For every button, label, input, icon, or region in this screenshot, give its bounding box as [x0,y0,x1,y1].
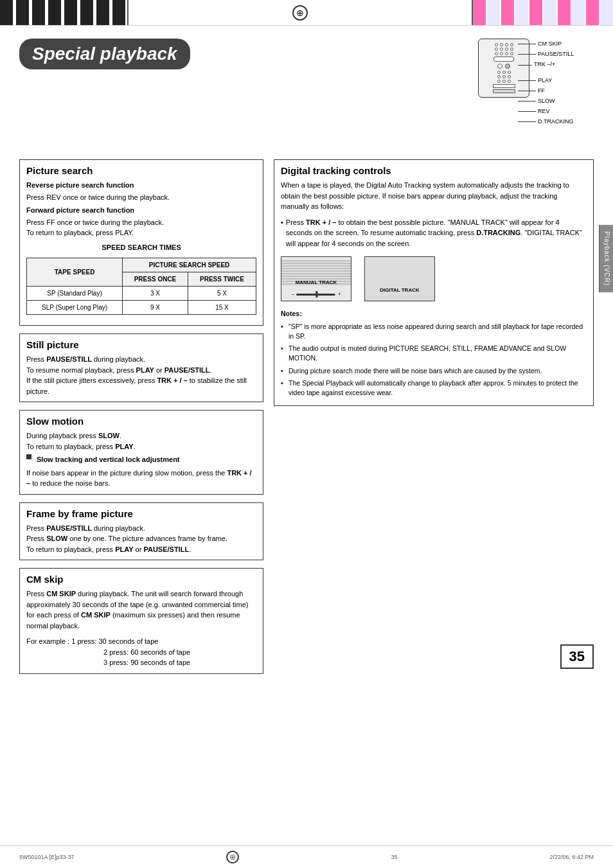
note-item: • The Special Playback will automaticall… [281,378,587,398]
cm-skip-example: For example : 1 press: 30 seconds of tap… [26,636,256,668]
remote-labels: CM SKIP PAUSE/STILL TRK –/+ PLAY FF SLOW… [518,39,574,127]
slow-motion-content: During playback press SLOW. To return to… [26,430,256,489]
note-text-3: During picture search mode there will be… [289,366,542,376]
digital-tracking-section: Digital tracking controls When a tape is… [274,159,594,406]
slider-thumb [316,291,318,297]
two-col-layout: Picture search Reverse picture search fu… [19,159,594,682]
still-text1: Press PAUSE/STILL during playback. [26,354,256,365]
slow-sub-heading-row: Slow tracking and vertical lock adjustme… [26,454,256,465]
note-item: • During picture search mode there will … [281,366,587,376]
picture-search-section: Picture search Reverse picture search fu… [19,159,263,326]
notes-section: Notes: • "SP" is more appropriate as les… [281,309,587,398]
remote-label-dtracking: D.TRACKING [518,116,574,127]
frame-by-frame-section: Frame by frame picture Press PAUSE/STILL… [19,502,263,561]
remote-diagram: CM SKIP PAUSE/STILL TRK –/+ PLAY FF SLOW… [465,39,594,98]
footer-center: 35 [391,854,398,860]
row2-twice: 15 X [188,301,256,315]
cm-skip-section: CM skip Press CM SKIP during playback. T… [19,568,263,674]
slider-plus: + [338,290,341,298]
bottom-bar: 5W50101A [E]p33-37 ⊕ 35 2/22/06, 6:42 PM [0,846,613,868]
col-presstwice: PRESS TWICE [188,272,256,287]
row2-once: 9 X [123,301,188,315]
forward-text1: Press FF once or twice during the playba… [26,217,256,228]
forward-text2: To return to playback, press PLAY. [26,227,256,238]
page-number-box: 35 [560,644,594,669]
slow-motion-title: Slow motion [26,416,256,427]
frame-by-frame-content: Press PAUSE/STILL during playback. Press… [26,523,256,555]
digital-track-image: DIGITAL TRACK [364,256,435,301]
frame-by-frame-title: Frame by frame picture [26,508,256,519]
row1-once: 3 X [123,287,188,301]
picture-search-content: Reverse picture search function Press RE… [26,180,256,315]
tracking-images: MANUAL TRACK – + [281,256,587,301]
footer-right: 2/22/06, 6:42 PM [549,854,594,860]
note-item: • The audio output is muted during PICTU… [281,344,587,363]
slow-text1: During playback press SLOW. [26,430,256,441]
note-text-1: "SP" is more appropriate as less noise a… [289,322,587,341]
remote-label-ff: FF [518,85,574,96]
table-row: SLP (Super Long Play) 9 X 15 X [27,301,256,315]
digital-track-label: DIGITAL TRACK [365,287,434,294]
left-column: Picture search Reverse picture search fu… [19,159,263,682]
slider-minus: – [291,290,294,298]
right-column: Digital tracking controls When a tape is… [274,159,594,682]
still-picture-title: Still picture [26,339,256,350]
top-bar-right-pattern [472,0,613,25]
top-bar-center: ⊕ [129,5,472,21]
col-searchspeed: PICTURE SEARCH SPEED [123,258,256,272]
top-bar-left-pattern [0,0,129,25]
slow-sub-heading: Slow tracking and vertical lock adjustme… [37,454,180,465]
frame-text3: To return to playback, press PLAY or PAU… [26,544,256,555]
remote-label-cmskip: CM SKIP [518,39,574,49]
page-number: 35 [569,648,585,664]
still-text2: To resume normal playback, press PLAY or… [26,365,256,376]
remote-label-slow: SLOW [518,96,574,106]
reverse-heading: Reverse picture search function [26,180,256,191]
cm-example2: 2 press: 60 seconds of tape [26,647,256,658]
slow-text2: To return to playback, press PLAY. [26,441,256,452]
cm-example1: For example : 1 press: 30 seconds of tap… [26,636,256,647]
title-box: Special playback [19,39,190,69]
row1-speed: SP (Standard Play) [27,287,123,301]
bullet-text: Press TRK + / – to obtain the best possi… [286,217,587,249]
note-item: • "SP" is more appropriate as less noise… [281,322,587,341]
side-tab: Playback (VCR) [599,225,613,292]
col-tapespeed: TAPE SPEED [27,258,123,287]
remote-label-rev: REV [518,106,574,116]
manual-track-image: MANUAL TRACK – + [281,256,351,301]
col-pressonce: PRESS ONCE [123,272,188,287]
bullet-dot: • [281,217,283,249]
note-bullet-icon: • [281,366,286,376]
slow-text3: If noise bars appear in the picture duri… [26,468,256,489]
notes-title: Notes: [281,309,587,319]
slow-motion-section: Slow motion During playback press SLOW. … [19,410,263,495]
tracking-slider: – + [291,290,341,298]
still-picture-section: Still picture Press PAUSE/STILL during p… [19,333,263,402]
row1-twice: 5 X [188,287,256,301]
cm-skip-text1: Press CM SKIP during playback. The unit … [26,589,256,631]
compass-icon: ⊕ [292,5,308,21]
digital-tracking-intro: When a tape is played, the Digital Auto … [281,180,587,212]
frame-text2: Press SLOW one by one. The picture advan… [26,533,256,544]
speed-table-title: SPEED SEARCH TIMES [26,242,256,253]
remote-label-trk: TRK –/+ [518,59,574,69]
still-picture-content: Press PAUSE/STILL during playback. To re… [26,354,256,396]
forward-heading: Forward picture search function [26,205,256,216]
digital-tracking-content: When a tape is played, the Digital Auto … [281,180,587,398]
slider-track [297,294,335,296]
cm-example3: 3 press: 90 seconds of tape [26,657,256,668]
note-text-2: The audio output is muted during PICTURE… [289,344,587,363]
top-bar: ⊕ [0,0,613,26]
manual-track-container: MANUAL TRACK – + [281,256,351,301]
still-text3: If the still picture jitters excessively… [26,375,256,396]
cm-skip-content: Press CM SKIP during playback. The unit … [26,589,256,668]
reverse-text: Press REV once or twice during the playb… [26,192,256,203]
note-bullet-icon: • [281,378,286,398]
remote-label-play: PLAY [518,75,574,85]
row2-speed: SLP (Super Long Play) [27,301,123,315]
manual-track-label: MANUAL TRACK [281,279,351,287]
note-text-4: The Special Playback will automatically … [289,378,587,398]
digital-track-container: DIGITAL TRACK [364,256,435,301]
note-bullet-icon: • [281,322,286,341]
cm-skip-title: CM skip [26,574,256,585]
